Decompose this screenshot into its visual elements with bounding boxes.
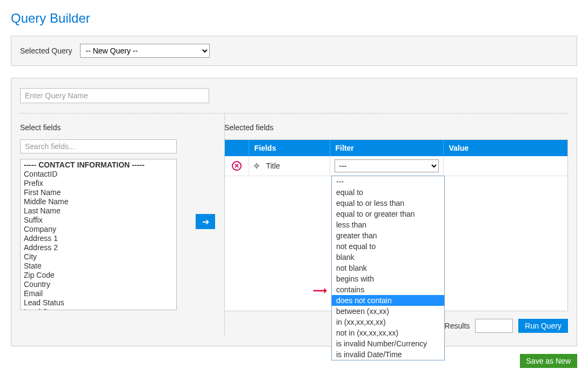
filter-option[interactable]: greater than [332,230,444,241]
selected-query-label: Selected Query [20,46,72,55]
list-item[interactable]: Email [21,289,176,298]
column-header-fields: Fields [249,140,330,156]
selected-query-select[interactable]: -- New Query -- [80,44,210,58]
filter-option[interactable]: begins with [332,273,444,284]
available-fields-list[interactable]: ----- CONTACT INFORMATION -----ContactID… [20,159,177,310]
list-item[interactable]: Address 1 [21,234,176,243]
list-item[interactable]: ContactID [21,170,176,179]
list-item[interactable]: State [21,262,176,271]
filter-dropdown-open[interactable]: ---equal toequal to or less thanequal to… [331,176,445,360]
table-body-area: ⟶ ---equal toequal to or less thanequal … [225,176,567,311]
selected-query-panel: Selected Query -- New Query -- [11,36,577,66]
filter-option[interactable]: not equal to [332,241,444,252]
list-item[interactable]: Address 2 [21,243,176,252]
column-header-value: Value [443,140,567,156]
column-header-filter: Filter [330,140,443,156]
search-fields-input[interactable] [20,139,177,153]
list-item[interactable]: Lead Source [21,307,176,310]
list-item[interactable]: Last Name [21,206,176,216]
drag-handle-icon[interactable]: ✥ [253,162,261,170]
page-title: Query Builder [11,11,577,26]
filter-option[interactable]: in (xx,xx,xx,xx) [332,317,444,327]
add-field-button[interactable]: ➔ [196,214,215,229]
builder-panel: Select fields ----- CONTACT INFORMATION … [11,78,577,346]
query-name-input[interactable] [20,88,209,103]
filter-option[interactable]: blank [332,252,444,263]
filter-option[interactable]: does not contain [332,295,444,306]
filter-option[interactable]: equal to [332,187,444,198]
query-results-input[interactable] [475,319,513,333]
column-header-remove [225,140,249,156]
list-item[interactable]: Zip Code [21,271,176,280]
remove-row-icon[interactable]: ✕ [232,161,242,171]
filter-option[interactable]: --- [332,176,444,187]
filter-option[interactable]: is invalid Number/Currency [332,338,444,349]
save-as-new-button[interactable]: Save as New [520,354,577,368]
field-group-header: ----- CONTACT INFORMATION ----- [21,160,176,170]
list-item[interactable]: First Name [21,188,176,197]
row-field-name: Title [266,162,280,170]
filter-select[interactable]: --- [335,159,439,172]
filter-option[interactable]: not blank [332,263,444,273]
annotation-arrow-icon: ⟶ [313,285,327,297]
filter-option[interactable]: contains [332,284,444,295]
row-value-cell[interactable] [443,156,567,176]
list-item[interactable]: Lead Status [21,298,176,307]
table-row: ✕ ✥ Title --- [225,156,567,176]
list-item[interactable]: Suffix [21,216,176,225]
filter-option[interactable]: is invalid Date/Time [332,349,444,360]
filter-option[interactable]: equal to or greater than [332,209,444,219]
filter-option[interactable]: less than [332,219,444,230]
list-item[interactable]: Country [21,280,176,289]
list-item[interactable]: Middle Name [21,197,176,206]
selected-fields-table: Fields Filter Value ✕ ✥ Title [224,139,568,311]
filter-option[interactable]: not in (xx,xx,xx,xx) [332,327,444,338]
run-query-button[interactable]: Run Query [518,319,568,333]
select-fields-title: Select fields [20,123,215,132]
arrow-right-icon: ➔ [202,217,209,227]
list-item[interactable]: City [21,252,176,262]
filter-option[interactable]: equal to or less than [332,198,444,209]
filter-option[interactable]: between (xx,xx) [332,306,444,317]
list-item[interactable]: Company [21,225,176,234]
selected-fields-title: Selected fields [224,123,568,132]
list-item[interactable]: Prefix [21,179,176,188]
